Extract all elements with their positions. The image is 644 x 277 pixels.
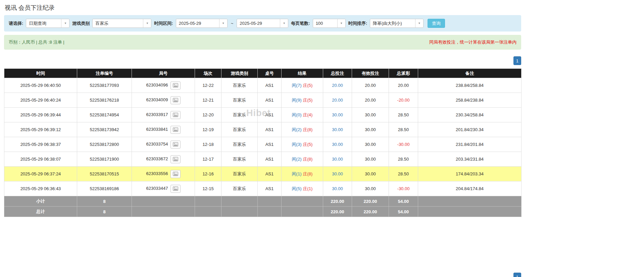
round-id: 623033841 bbox=[146, 127, 168, 132]
chevron-down-icon[interactable]: ▼ bbox=[337, 19, 345, 27]
page-size-label: 每页笔数: bbox=[291, 20, 310, 26]
table-no-cell: AS1 bbox=[258, 152, 282, 167]
valid-bet-cell: 30.00 bbox=[352, 181, 389, 196]
chevron-down-icon[interactable]: ▼ bbox=[280, 19, 288, 27]
page-title: 视讯 会员下注纪录 bbox=[4, 0, 521, 15]
table-no-cell: AS1 bbox=[258, 137, 282, 152]
total-bet-link[interactable]: 30.00 bbox=[332, 186, 343, 191]
remark-cell: 174.84/203.34 bbox=[418, 167, 522, 181]
game-type-cell: 百家乐 bbox=[221, 167, 258, 181]
round-cell: 623033556 bbox=[132, 167, 195, 181]
result-player: 闲(3) bbox=[292, 142, 302, 147]
total-bet-link[interactable]: 30.00 bbox=[332, 112, 343, 117]
session-cell: 12-20 bbox=[195, 108, 221, 122]
video-replay-button[interactable] bbox=[170, 170, 181, 178]
bet-id-cell: 522538170515 bbox=[77, 167, 132, 181]
time-cell: 2025-05-29 06:39:44 bbox=[4, 108, 77, 122]
video-replay-button[interactable] bbox=[170, 141, 181, 149]
result-cell: 闲(9)庄(5) bbox=[282, 93, 323, 108]
empty-cell bbox=[258, 207, 282, 217]
date-to-select[interactable]: 2025-05-29 ▼ bbox=[237, 19, 288, 28]
result-banker: 庄(4) bbox=[303, 112, 313, 117]
video-replay-button[interactable] bbox=[170, 96, 181, 104]
subtotal-valid-bet: 220.00 bbox=[352, 196, 389, 207]
round-cell: 623034096 bbox=[132, 78, 195, 93]
time-cell: 2025-05-29 06:38:07 bbox=[4, 152, 77, 167]
result-player: 闲(1) bbox=[292, 171, 302, 176]
payout-cell: -30.00 bbox=[389, 137, 418, 152]
session-cell: 12-17 bbox=[195, 152, 221, 167]
chevron-down-icon[interactable]: ▼ bbox=[143, 19, 151, 27]
remark-cell: 204.84/174.84 bbox=[418, 181, 522, 196]
valid-bet-cell: 30.00 bbox=[352, 137, 389, 152]
remark-cell: 258.84/238.84 bbox=[418, 93, 522, 108]
result-cell: 闲(2)庄(8) bbox=[282, 122, 323, 137]
result-cell: 闲(3)庄(5) bbox=[282, 137, 323, 152]
result-player: 闲(2) bbox=[292, 157, 302, 162]
chevron-down-icon[interactable]: ▼ bbox=[219, 19, 227, 27]
table-no-cell: AS1 bbox=[258, 181, 282, 196]
result-banker: 庄(5) bbox=[303, 98, 313, 103]
valid-bet-cell: 30.00 bbox=[352, 167, 389, 181]
time-cell: 2025-05-29 06:39:12 bbox=[4, 122, 77, 137]
round-id: 623033754 bbox=[146, 142, 168, 147]
col-header-time: 时间 bbox=[4, 69, 77, 78]
query-type-select[interactable]: 日期查询 ▼ bbox=[26, 19, 69, 28]
search-button[interactable]: 查询 bbox=[428, 19, 445, 28]
col-header-remark: 备注 bbox=[418, 69, 522, 78]
total-bet-cell: 30.00 bbox=[323, 122, 352, 137]
result-banker: 庄(8) bbox=[303, 157, 313, 162]
total-bet-link[interactable]: 20.00 bbox=[332, 98, 343, 103]
table-no-cell: AS1 bbox=[258, 93, 282, 108]
session-cell: 12-22 bbox=[195, 78, 221, 93]
round-cell: 623033447 bbox=[132, 181, 195, 196]
col-header-result: 结果 bbox=[282, 69, 323, 78]
empty-cell bbox=[418, 207, 522, 217]
table-row: 2025-05-29 06:39:12 522538173942 6230338… bbox=[4, 122, 522, 137]
total-bet-link[interactable]: 30.00 bbox=[332, 157, 343, 162]
chevron-down-icon[interactable]: ▼ bbox=[61, 19, 69, 27]
sort-order-select[interactable]: 降幂(由大到小) ▼ bbox=[370, 19, 424, 28]
valid-bet-cell: 20.00 bbox=[352, 78, 389, 93]
video-replay-button[interactable] bbox=[170, 81, 181, 90]
payout-cell: 28.50 bbox=[389, 152, 418, 167]
payout-cell: -20.00 bbox=[389, 93, 418, 108]
round-id: 623034009 bbox=[146, 97, 168, 102]
video-snapshot-icon bbox=[173, 142, 178, 147]
bet-id-cell: 522538174954 bbox=[77, 108, 132, 122]
bet-id-cell: 522538172800 bbox=[77, 137, 132, 152]
bet-id-cell: 522538173942 bbox=[77, 122, 132, 137]
total-bet-link[interactable]: 30.00 bbox=[332, 142, 343, 147]
total-bet-link[interactable]: 20.00 bbox=[332, 83, 343, 88]
video-replay-button[interactable] bbox=[170, 111, 181, 119]
page-size-select[interactable]: 100 ▼ bbox=[313, 19, 346, 28]
page-button-1[interactable]: 1 bbox=[513, 56, 521, 65]
result-banker: 庄(8) bbox=[303, 171, 313, 176]
valid-bet-cell: 30.00 bbox=[352, 122, 389, 137]
video-replay-button[interactable] bbox=[170, 185, 181, 193]
game-type-select[interactable]: 百家乐 ▼ bbox=[92, 19, 151, 28]
page-button-1-bottom[interactable]: 1 bbox=[513, 273, 521, 277]
payout-cell: 28.50 bbox=[389, 108, 418, 122]
remark-cell: 238.84/258.84 bbox=[418, 78, 522, 93]
empty-cell bbox=[282, 207, 323, 217]
table-no-cell: AS1 bbox=[258, 167, 282, 181]
chevron-down-icon[interactable]: ▼ bbox=[415, 19, 423, 27]
session-cell: 12-15 bbox=[195, 181, 221, 196]
remark-cell: 231.84/201.84 bbox=[418, 137, 522, 152]
pagination-bottom: 1 bbox=[4, 273, 521, 277]
video-snapshot-icon bbox=[173, 83, 178, 88]
video-replay-button[interactable] bbox=[170, 126, 181, 134]
empty-cell bbox=[195, 196, 221, 207]
time-range-label: 时间区间: bbox=[154, 20, 173, 26]
round-cell: 623033754 bbox=[132, 137, 195, 152]
result-cell: 闲(1)庄(8) bbox=[282, 167, 323, 181]
col-header-table-no: 桌号 bbox=[258, 69, 282, 78]
total-bet-link[interactable]: 30.00 bbox=[332, 127, 343, 132]
time-cell: 2025-05-29 06:37:24 bbox=[4, 167, 77, 181]
game-type-cell: 百家乐 bbox=[221, 122, 258, 137]
date-from-select[interactable]: 2025-05-29 ▼ bbox=[176, 19, 228, 28]
bet-records-table: 时间 注单编号 局号 场次 游戏类别 桌号 结果 总投注 有效投注 总派彩 备注… bbox=[4, 68, 522, 217]
video-replay-button[interactable] bbox=[170, 155, 181, 163]
total-bet-link[interactable]: 30.00 bbox=[332, 171, 343, 176]
